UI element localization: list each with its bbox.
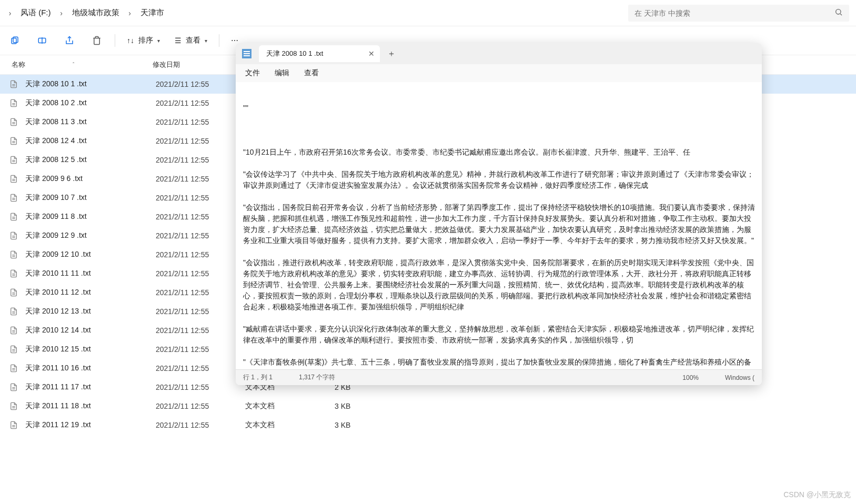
content-line: "《天津市畜牧条例(草案)》共七章、五十三条，明确了畜牧业发展的指导原则，提出了… — [243, 357, 758, 369]
text-file-icon — [9, 98, 19, 108]
file-name: 天津 2010 12 13 .txt — [25, 307, 156, 316]
notepad-window: 天津 2008 10 1 .txt ✕ ＋ 文件 编辑 查看 "" "10月21… — [236, 43, 762, 385]
menu-edit[interactable]: 编辑 — [275, 68, 289, 78]
svg-line-1 — [840, 14, 842, 15]
cursor-position: 行 1，列 1 — [243, 373, 273, 382]
view-label: 查看 — [186, 36, 200, 45]
view-button[interactable]: ☰ 查看 ▾ — [168, 33, 214, 48]
file-date: 2021/2/11 12:55 — [156, 156, 245, 164]
view-icon: ☰ — [175, 36, 182, 45]
notepad-tab[interactable]: 天津 2008 10 1 .txt ✕ — [259, 45, 380, 62]
chevron-down-icon: ▾ — [205, 38, 207, 44]
menu-file[interactable]: 文件 — [245, 68, 260, 78]
file-date: 2021/2/11 12:55 — [156, 364, 245, 372]
content-line: "臧献甫在讲话中要求，要充分认识深化行政体制改革的重大意义，坚持解放思想，改革创… — [243, 324, 758, 346]
breadcrumb-item[interactable]: 风语 (F:) — [17, 6, 54, 20]
svg-point-0 — [836, 9, 841, 14]
file-name: 天津 2008 12 4 .txt — [25, 136, 156, 146]
notepad-app-icon — [242, 49, 251, 58]
sort-asc-icon: ˆ — [73, 62, 74, 68]
sort-icon: ↑↓ — [127, 36, 134, 45]
file-date: 2021/2/11 12:55 — [156, 269, 245, 278]
content-line: "10月21日上午，市政府召开第16次常务会议。市委常委、市纪委书记臧献甫应邀出… — [243, 147, 758, 158]
text-file-icon — [9, 344, 19, 355]
file-date: 2021/2/11 12:55 — [156, 326, 245, 335]
file-name: 天津 2008 12 5 .txt — [25, 155, 156, 165]
file-type: 文本文档 — [245, 420, 335, 430]
breadcrumb: › 风语 (F:) › 地级城市政策 › 天津市 — [0, 0, 856, 26]
file-name: 天津 2009 10 7 .txt — [25, 193, 156, 203]
file-date: 2021/2/11 12:55 — [156, 402, 245, 410]
tab-title: 天津 2008 10 1 .txt — [266, 49, 323, 58]
file-date: 2021/2/11 12:55 — [156, 213, 245, 221]
breadcrumb-item[interactable]: 天津市 — [137, 6, 167, 20]
sort-label: 排序 — [138, 36, 153, 45]
chevron-down-icon: ▾ — [157, 38, 160, 44]
file-name: 天津 2011 12 19 .txt — [25, 420, 156, 430]
text-file-icon — [9, 230, 19, 241]
chevron-right-icon[interactable]: › — [54, 9, 69, 17]
file-name: 天津 2009 11 8 .txt — [25, 212, 156, 221]
chevron-right-icon[interactable]: › — [123, 9, 137, 17]
zoom-level: 100% — [682, 374, 699, 381]
file-name: 天津 2008 10 2 .txt — [25, 98, 156, 108]
file-name: 天津 2009 12 10 .txt — [25, 250, 156, 259]
file-name: 天津 2008 10 1 .txt — [25, 79, 156, 89]
delete-icon[interactable] — [84, 30, 109, 51]
text-file-icon — [9, 136, 19, 146]
file-date: 2021/2/11 12:55 — [156, 80, 245, 88]
new-tab-button[interactable]: ＋ — [383, 45, 400, 62]
text-file-icon — [9, 211, 19, 222]
file-date: 2021/2/11 12:55 — [156, 118, 245, 126]
file-name: 天津 2009 12 9 .txt — [25, 231, 156, 240]
file-date: 2021/2/11 12:55 — [156, 175, 245, 183]
text-file-icon — [9, 287, 19, 298]
cut-icon[interactable] — [2, 30, 27, 51]
file-date: 2021/2/11 12:55 — [156, 421, 245, 429]
file-name: 天津 2011 11 17 .txt — [25, 382, 156, 392]
file-name: 天津 2010 12 15 .txt — [25, 345, 156, 354]
notepad-content[interactable]: "" "10月21日上午，市政府召开第16次常务会议。市委常委、市纪委书记臧献甫… — [236, 82, 762, 369]
content-line: "会议传达学习了《中共中央、国务院关于地方政府机构改革的意见》精神，并就行政机构… — [243, 169, 758, 191]
file-row[interactable]: 天津 2011 11 18 .txt 2021/2/11 12:55 文本文档 … — [0, 397, 856, 416]
text-file-icon — [9, 155, 19, 165]
divider — [219, 34, 219, 47]
file-name: 天津 2008 11 3 .txt — [25, 117, 156, 127]
close-icon[interactable]: ✕ — [368, 49, 375, 58]
file-name: 天津 2010 11 12 .txt — [25, 288, 156, 297]
file-date: 2021/2/11 12:55 — [156, 231, 245, 240]
search-input[interactable] — [635, 9, 834, 17]
chevron-right-icon[interactable]: › — [3, 9, 17, 17]
header-date[interactable]: 修改日期 — [153, 60, 242, 69]
file-name: 天津 2010 12 14 .txt — [25, 326, 156, 335]
content-line: "会议指出，推进行政机构改革，转变政府职能，提高行政效率，是深入贯彻落实党中央、… — [243, 257, 758, 313]
divider — [115, 34, 115, 47]
sort-button[interactable]: ↑↓ 排序 ▾ — [120, 33, 166, 48]
file-row[interactable]: 天津 2011 12 19 .txt 2021/2/11 12:55 文本文档 … — [0, 416, 856, 435]
menu-view[interactable]: 查看 — [304, 68, 319, 78]
file-date: 2021/2/11 12:55 — [156, 307, 245, 316]
char-count: 1,317 个字符 — [299, 373, 335, 382]
text-file-icon — [9, 268, 19, 279]
file-date: 2021/2/11 12:55 — [156, 288, 245, 297]
rename-icon[interactable] — [29, 30, 55, 51]
file-date: 2021/2/11 12:55 — [156, 99, 245, 107]
notepad-menu-bar: 文件 编辑 查看 — [236, 64, 762, 82]
text-file-icon — [9, 325, 19, 336]
file-date: 2021/2/11 12:55 — [156, 194, 245, 202]
search-icon[interactable] — [834, 8, 843, 18]
share-icon[interactable] — [57, 30, 82, 51]
header-name[interactable]: 名称 ˆ — [0, 60, 153, 69]
text-file-icon — [9, 382, 19, 392]
text-file-icon — [9, 193, 19, 203]
text-file-icon — [9, 306, 19, 317]
text-file-icon — [9, 249, 19, 260]
file-type: 文本文档 — [245, 401, 335, 411]
file-name: 天津 2011 11 18 .txt — [25, 401, 156, 411]
platform-label: Windows ( — [725, 374, 754, 381]
search-box[interactable] — [628, 5, 849, 22]
text-file-icon — [9, 79, 19, 89]
breadcrumb-item[interactable]: 地级城市政策 — [69, 6, 123, 20]
file-size: 3 KB — [335, 402, 387, 410]
notepad-tabbar: 天津 2008 10 1 .txt ✕ ＋ — [236, 43, 762, 64]
